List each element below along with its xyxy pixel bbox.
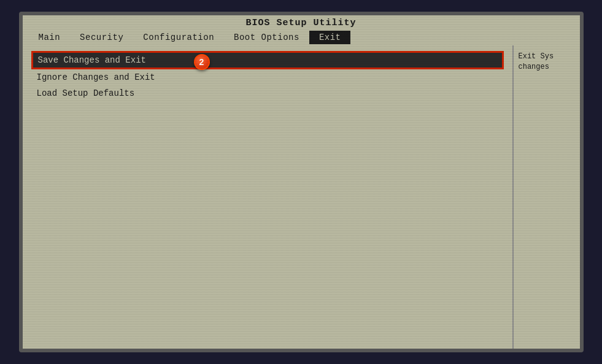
bios-screen: BIOS Setup Utility Main Security Configu… — [19, 12, 584, 352]
right-panel-text: Exit Syschanges — [519, 52, 554, 71]
bios-title: BIOS Setup Utility — [23, 15, 580, 29]
bios-container: BIOS Setup Utility Main Security Configu… — [23, 15, 580, 349]
ignore-changes-exit[interactable]: Ignore Changes and Exit — [32, 70, 503, 85]
menu-security[interactable]: Security — [70, 31, 133, 44]
load-setup-defaults-label: Load Setup Defaults — [37, 88, 135, 98]
menu-configuration[interactable]: Configuration — [133, 31, 224, 44]
content-area: Save Changes and Exit 2 Ignore Changes a… — [23, 45, 580, 349]
load-setup-defaults[interactable]: Load Setup Defaults — [32, 86, 503, 101]
menu-bar: Main Security Configuration Boot Options… — [23, 29, 580, 45]
left-panel: Save Changes and Exit 2 Ignore Changes a… — [23, 45, 512, 349]
ignore-changes-exit-label: Ignore Changes and Exit — [37, 72, 155, 82]
right-panel: Exit Syschanges — [512, 45, 580, 349]
save-changes-exit-label: Save Changes and Exit — [38, 55, 146, 65]
badge-2: 2 — [194, 54, 210, 70]
menu-main[interactable]: Main — [29, 31, 71, 44]
menu-boot-options[interactable]: Boot Options — [224, 31, 309, 44]
save-changes-exit[interactable]: Save Changes and Exit 2 — [32, 52, 503, 69]
menu-exit[interactable]: Exit — [309, 31, 351, 44]
